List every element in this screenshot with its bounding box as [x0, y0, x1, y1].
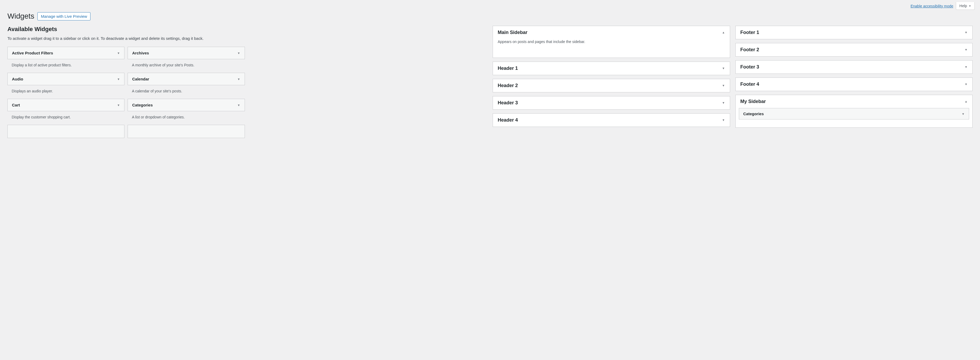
enable-accessibility-link[interactable]: Enable accessibility mode: [910, 4, 953, 8]
page-title: Widgets: [8, 12, 34, 21]
widget-area-title: Header 2: [498, 83, 518, 88]
widget-area-title: My Sidebar: [740, 99, 766, 104]
caret-down-icon: ▼: [722, 84, 725, 87]
placed-widget-name: Categories: [743, 112, 764, 116]
caret-down-icon: ▼: [237, 104, 240, 107]
widget-area-header[interactable]: Header 4 ▼: [493, 114, 730, 127]
widget-name: Cart: [12, 103, 20, 107]
caret-down-icon: ▼: [722, 118, 725, 122]
widget-area-title: Footer 3: [740, 64, 759, 70]
widget-area-title: Header 4: [498, 117, 518, 123]
widget-area-title: Footer 4: [740, 81, 759, 87]
widget-desc: A list or dropdown of categories.: [127, 111, 245, 122]
widget-area-desc: Appears on posts and pages that include …: [493, 39, 730, 49]
widget-area-header-3: Header 3 ▼: [493, 96, 730, 110]
widget-area-title: Footer 1: [740, 30, 759, 35]
caret-down-icon: ▼: [722, 101, 725, 104]
widget-desc: A calendar of your site's posts.: [127, 85, 245, 96]
help-label: Help: [959, 4, 967, 8]
caret-down-icon: ▼: [962, 112, 965, 115]
widget-area-my-sidebar: My Sidebar ▲ Categories ▼: [735, 95, 973, 128]
available-widget[interactable]: Audio ▼: [8, 73, 124, 85]
widget-area-header-2: Header 2 ▼: [493, 79, 730, 92]
caret-up-icon: ▲: [722, 31, 725, 34]
widget-area-header-1: Header 1 ▼: [493, 62, 730, 75]
caret-down-icon: ▼: [237, 78, 240, 81]
widget-desc: Display a list of active product filters…: [8, 59, 124, 70]
widget-name: Active Product Filters: [12, 51, 53, 55]
available-widgets-heading: Available Widgets: [8, 26, 245, 33]
widget-area-title: Footer 2: [740, 47, 759, 53]
caret-down-icon: ▼: [965, 31, 967, 34]
widget-area-title: Main Sidebar: [498, 30, 527, 35]
available-widgets-desc: To activate a widget drag it to a sideba…: [8, 35, 245, 41]
caret-down-icon: ▼: [965, 83, 967, 86]
available-widget-placeholder[interactable]: [8, 125, 124, 138]
caret-down-icon: ▼: [965, 65, 967, 68]
widget-area-header[interactable]: My Sidebar ▲: [736, 95, 972, 108]
caret-down-icon: ▼: [117, 104, 120, 107]
available-widget[interactable]: Calendar ▼: [127, 73, 245, 85]
widget-name: Archives: [132, 51, 149, 55]
caret-up-icon: ▲: [965, 100, 967, 103]
available-widget[interactable]: Cart ▼: [8, 99, 124, 111]
widget-area-header[interactable]: Header 2 ▼: [493, 79, 730, 92]
widget-name: Audio: [12, 77, 23, 81]
widget-area-dropzone[interactable]: Categories ▼: [736, 108, 972, 127]
widget-name: Categories: [132, 103, 153, 107]
widget-area-header[interactable]: Footer 2 ▼: [736, 43, 972, 56]
help-button[interactable]: Help ▼: [956, 2, 975, 10]
caret-down-icon: ▼: [237, 51, 240, 55]
widget-area-title: Header 1: [498, 65, 518, 71]
available-widget-placeholder[interactable]: [127, 125, 245, 138]
widget-area-footer-2: Footer 2 ▼: [735, 43, 973, 57]
available-widget[interactable]: Archives ▼: [127, 47, 245, 59]
widget-area-footer-4: Footer 4 ▼: [735, 78, 973, 91]
widget-desc: A monthly archive of your site's Posts.: [127, 59, 245, 70]
widget-area-footer-1: Footer 1 ▼: [735, 26, 973, 39]
widget-area-title: Header 3: [498, 100, 518, 106]
widget-area-header[interactable]: Footer 4 ▼: [736, 78, 972, 91]
widget-area-header[interactable]: Main Sidebar ▲: [493, 26, 730, 39]
available-widget[interactable]: Active Product Filters ▼: [8, 47, 124, 59]
caret-down-icon: ▼: [722, 67, 725, 70]
widget-desc: Displays an audio player.: [8, 85, 124, 96]
live-preview-button[interactable]: Manage with Live Preview: [37, 12, 91, 21]
widget-area-header-4: Header 4 ▼: [493, 113, 730, 127]
widget-area-dropzone[interactable]: [493, 49, 730, 57]
widget-desc: Display the customer shopping cart.: [8, 111, 124, 122]
caret-down-icon: ▼: [117, 78, 120, 81]
widget-name: Calendar: [132, 77, 149, 81]
caret-down-icon: ▼: [965, 48, 967, 51]
caret-down-icon: ▼: [969, 5, 971, 8]
widget-area-header[interactable]: Footer 1 ▼: [736, 26, 972, 39]
widget-area-header[interactable]: Header 1 ▼: [493, 62, 730, 75]
widget-area-header[interactable]: Header 3 ▼: [493, 96, 730, 109]
placed-widget[interactable]: Categories ▼: [739, 108, 969, 119]
widget-area-main-sidebar: Main Sidebar ▲ Appears on posts and page…: [493, 26, 730, 58]
available-widget[interactable]: Categories ▼: [127, 99, 245, 111]
widget-area-footer-3: Footer 3 ▼: [735, 60, 973, 74]
widget-area-header[interactable]: Footer 3 ▼: [736, 61, 972, 73]
caret-down-icon: ▼: [117, 51, 120, 55]
